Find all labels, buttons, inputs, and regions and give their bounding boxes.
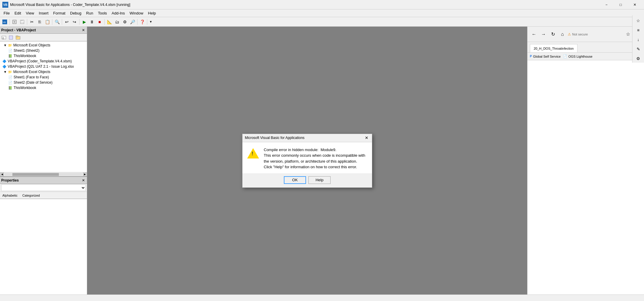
toolbar-object-browser[interactable]: 🔎 bbox=[129, 18, 136, 25]
toolbar-pause[interactable]: ⏸ bbox=[88, 18, 96, 25]
svg-rect-8 bbox=[21, 20, 23, 21]
menu-tools[interactable]: Tools bbox=[96, 10, 109, 17]
menu-edit[interactable]: Edit bbox=[12, 10, 23, 17]
browser-refresh-button[interactable]: ↻ bbox=[549, 30, 557, 38]
toolbar-project-explorer[interactable]: 🗂 bbox=[114, 18, 121, 25]
dialog-close-button[interactable]: ✕ bbox=[364, 135, 370, 141]
bookmark-global-self-service[interactable]: P Global Self Service bbox=[530, 55, 561, 58]
tree-item[interactable]: 📗 ThisWorkbook bbox=[0, 85, 87, 90]
menu-view[interactable]: View bbox=[23, 10, 36, 17]
menu-bar: File Edit View Insert Format Debug Run T… bbox=[0, 9, 644, 17]
menu-help[interactable]: Help bbox=[146, 10, 158, 17]
project-icon: 🔷 bbox=[2, 65, 7, 69]
tree-item-label: Sheet1 (Sheet2) bbox=[14, 48, 39, 53]
modal-overlay: Microsoft Visual Basic for Applications … bbox=[87, 27, 527, 294]
downloads-button[interactable]: ↓ bbox=[634, 35, 643, 44]
menu-window[interactable]: Window bbox=[127, 10, 145, 17]
properties-panel: Properties ✕ Alphabetic Categorized bbox=[0, 176, 87, 294]
menu-run[interactable]: Run bbox=[84, 10, 96, 17]
browser-side-icons: ☆ ≡ ↓ ✎ ⚙ bbox=[632, 27, 644, 63]
history-button[interactable]: ≡ bbox=[634, 27, 643, 34]
properties-panel-close[interactable]: ✕ bbox=[81, 178, 86, 183]
tree-item[interactable]: 📄 Sheet2 (Date of Service) bbox=[0, 80, 87, 85]
tree-item[interactable]: 📄 Sheet1 (Face to Face) bbox=[0, 75, 87, 80]
properties-panel-header: Properties ✕ bbox=[0, 177, 87, 184]
browser-settings-button[interactable]: ☆ bbox=[624, 30, 632, 38]
properties-object-select[interactable] bbox=[1, 185, 86, 191]
svg-text:VB: VB bbox=[3, 21, 6, 24]
bookmark-label: OGS Lighthouse bbox=[568, 55, 592, 58]
toolbar-save[interactable] bbox=[19, 18, 26, 25]
toolbar-undo[interactable]: ↩ bbox=[63, 18, 70, 25]
tab-alphabetic[interactable]: Alphabetic bbox=[1, 193, 19, 198]
toolbar-stop[interactable]: ■ bbox=[96, 18, 103, 25]
proj-toggle-folders[interactable] bbox=[15, 34, 21, 41]
tree-item-label: Sheet2 (Date of Service) bbox=[14, 80, 52, 85]
menu-addins[interactable]: Add-Ins bbox=[109, 10, 127, 17]
status-bar bbox=[0, 294, 644, 301]
proj-view-code[interactable]: {} bbox=[1, 34, 7, 41]
tree-item[interactable]: ▼ 📁 Microsoft Excel Objects bbox=[0, 69, 87, 75]
toolbar-help[interactable]: ❓ bbox=[139, 18, 146, 25]
feedback-button[interactable]: ✎ bbox=[634, 45, 643, 53]
toolbar-redo[interactable]: ↪ bbox=[71, 18, 78, 25]
tree-item-label: ThisWorkbook bbox=[14, 86, 36, 90]
tree-item-label: VBAProject (Coder_Template.V4.4.xlsm) bbox=[8, 59, 72, 63]
settings-side-button[interactable]: ⚙ bbox=[634, 54, 643, 63]
folder-icon: 📁 bbox=[8, 70, 12, 74]
error-dialog: Microsoft Visual Basic for Applications … bbox=[242, 134, 372, 188]
menu-insert[interactable]: Insert bbox=[36, 10, 51, 17]
scroll-right-btn[interactable]: ▶ bbox=[83, 172, 87, 177]
warning-triangle-icon bbox=[247, 148, 259, 158]
scroll-left-btn[interactable]: ◀ bbox=[0, 172, 4, 177]
menu-debug[interactable]: Debug bbox=[68, 10, 84, 17]
browser-tab-active[interactable]: 20_H_DOS_Throatinfection bbox=[530, 44, 577, 52]
menu-format[interactable]: Format bbox=[51, 10, 68, 17]
toolbar-separator-1 bbox=[9, 19, 10, 25]
tab-categorized[interactable]: Categorized bbox=[21, 193, 41, 198]
minimize-button[interactable]: − bbox=[600, 1, 613, 9]
toolbar-dropdown[interactable]: ▼ bbox=[148, 18, 153, 25]
project-tree: ▼ 📁 Microsoft Excel Objects 📄 Sheet1 (Sh… bbox=[0, 41, 87, 172]
toolbar-design-mode[interactable]: 📐 bbox=[106, 18, 113, 25]
project-scrollbar-x[interactable]: ◀ ▶ bbox=[0, 172, 87, 176]
tree-item[interactable]: ▼ 📁 Microsoft Excel Objects bbox=[0, 43, 87, 48]
close-button[interactable]: ✕ bbox=[628, 1, 642, 9]
browser-sidebar: ← → ↻ ⌂ ⚠ Not secure ☆ ⋮ 20_H_DOS_Throat… bbox=[527, 27, 644, 294]
toolbar-separator-3 bbox=[52, 19, 52, 25]
menu-file[interactable]: File bbox=[1, 10, 12, 17]
project-panel: Project - VBAProject ✕ {} ▼ bbox=[0, 27, 87, 176]
app-icon: VB bbox=[2, 2, 8, 8]
svg-rect-14 bbox=[16, 36, 18, 37]
browser-home-button[interactable]: ⌂ bbox=[558, 30, 567, 38]
ok-button[interactable]: OK bbox=[284, 176, 306, 184]
project-panel-header: Project - VBAProject ✕ bbox=[0, 27, 87, 34]
proj-view-object[interactable] bbox=[8, 34, 14, 41]
toolbar-cut[interactable]: ✂ bbox=[28, 18, 35, 25]
tree-item[interactable]: 📗 ThisWorkbook bbox=[0, 53, 87, 59]
toolbar-run[interactable]: ▶ bbox=[81, 18, 88, 25]
toolbar-separator-8 bbox=[147, 19, 147, 25]
project-panel-title: Project - VBAProject bbox=[1, 28, 36, 32]
browser-forward-button[interactable]: → bbox=[539, 30, 548, 38]
toolbar-insert-module[interactable] bbox=[11, 18, 18, 25]
tree-item[interactable]: 📄 Sheet1 (Sheet2) bbox=[0, 48, 87, 53]
toolbar-copy[interactable]: ⎘ bbox=[36, 18, 43, 25]
project-panel-toolbar: {} bbox=[0, 34, 87, 41]
toolbar-vb-icon[interactable]: VB bbox=[1, 18, 8, 25]
help-button[interactable]: Help bbox=[308, 176, 331, 184]
window-controls: − □ ✕ bbox=[600, 1, 642, 9]
toolbar-paste[interactable]: 📋 bbox=[44, 18, 51, 25]
toolbar-properties[interactable]: ⚙ bbox=[121, 18, 128, 25]
tree-item[interactable]: 🔷 VBAProject (Q2L UAT 2.1 - Issue Log.xl… bbox=[0, 64, 87, 69]
editor-area: Microsoft Visual Basic for Applications … bbox=[87, 27, 527, 294]
bookmark-ogs-lighthouse[interactable]: 📄 OGS Lighthouse bbox=[563, 54, 592, 58]
tree-item-label: ThisWorkbook bbox=[14, 54, 36, 58]
maximize-button[interactable]: □ bbox=[614, 1, 627, 9]
project-panel-close[interactable]: ✕ bbox=[81, 28, 86, 33]
toolbar: VB ✂ ⎘ 📋 🔍 ↩ ↪ ▶ ⏸ ■ 📐 🗂 ⚙ 🔎 ❓ ▼ bbox=[0, 17, 644, 27]
browser-back-button[interactable]: ← bbox=[530, 30, 538, 38]
toolbar-find[interactable]: 🔍 bbox=[54, 18, 61, 25]
toolbar-separator-6 bbox=[104, 19, 105, 25]
tree-item[interactable]: 🔷 VBAProject (Coder_Template.V4.4.xlsm) bbox=[0, 59, 87, 64]
